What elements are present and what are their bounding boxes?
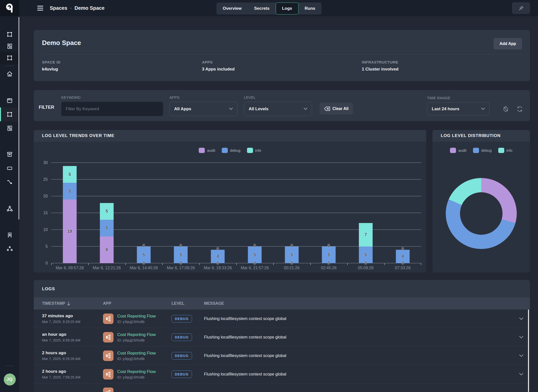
sidebar: JQ — [0, 16, 19, 392]
space-id-label: SPACE ID — [42, 60, 202, 64]
time-range-select[interactable]: Last 24 hours — [427, 102, 490, 116]
level-select[interactable]: All Levels — [244, 102, 312, 116]
app-name-link[interactable]: Cost Reporting Flow — [117, 332, 156, 337]
log-row[interactable]: 2 hours agoMar 7, 2025, 7:59:25 AMCost R… — [34, 365, 530, 384]
tab-logs[interactable]: Logs — [276, 2, 298, 14]
page-title: Demo Space — [42, 30, 522, 47]
sidebar-scrollbar[interactable] — [18, 17, 19, 220]
column-header-app[interactable]: APP — [103, 301, 172, 306]
y-axis-tick: 0 — [46, 261, 48, 266]
menu-toggle-icon[interactable] — [37, 6, 43, 10]
sidebar-item-route-icon[interactable] — [0, 175, 19, 189]
tab-secrets[interactable]: Secrets — [248, 2, 276, 14]
keyword-input[interactable] — [61, 102, 163, 116]
breadcrumb-separator: • — [70, 6, 72, 10]
logs-table-body: 37 minutes agoMar 7, 2025, 9:29:25 AMCos… — [34, 310, 530, 392]
x-axis-label: 05:09:26 — [347, 266, 384, 270]
flow-app-icon — [103, 350, 114, 361]
app-text: Cost Reporting FlowID: y3qujj15rhx8b — [117, 351, 156, 361]
distribution-chart-title: LOG LEVEL DISTRIBUTION — [432, 130, 530, 142]
log-row[interactable]: an hour agoMar 7, 2025, 8:59:26 AMCost R… — [34, 328, 530, 346]
column-header-message[interactable]: MESSAGE — [204, 301, 512, 306]
blocks-icon — [6, 43, 13, 50]
y-axis-tick: 20 — [43, 194, 48, 198]
sidebar-item-rectangle-icon[interactable] — [0, 161, 19, 175]
clear-all-button[interactable]: Clear All — [320, 103, 353, 114]
sidebar-item-archive-icon[interactable] — [0, 148, 19, 161]
x-axis-label: Mar 6, 14:45:26 — [125, 266, 162, 270]
logs-table-header: TIMESTAMPAPPLEVELMESSAGE — [34, 298, 530, 310]
tab-overview[interactable]: Overview — [216, 2, 248, 14]
refresh-button[interactable] — [516, 105, 524, 113]
chevron-down-icon — [229, 108, 233, 110]
expand-chevron-icon[interactable] — [519, 373, 523, 376]
sidebar-item-frame-icon[interactable] — [0, 28, 19, 40]
sidebar-item-home-icon[interactable] — [0, 68, 19, 80]
sidebar-item-id-badge-icon[interactable] — [0, 228, 19, 242]
q-logo-icon — [6, 3, 14, 13]
tab-runs[interactable]: Runs — [298, 2, 322, 14]
bar-value-label: 5 — [106, 209, 108, 214]
column-header-level[interactable]: LEVEL — [172, 301, 204, 306]
legend-swatch — [450, 148, 456, 153]
keyword-label: KEYWORD — [61, 95, 163, 100]
app-cell: Cost Reporting FlowID: y3qujj15rhx8b — [103, 350, 172, 361]
sidebar-item-browser-icon[interactable] — [0, 94, 19, 108]
rectangle-icon — [6, 165, 13, 172]
sidebar-item-frame-icon[interactable] — [0, 108, 19, 121]
apps-field: APPS 3 Apps included — [202, 60, 362, 72]
app-name-link[interactable]: Cost Reporting Flow — [117, 351, 156, 356]
column-header-timestamp[interactable]: TIMESTAMP — [42, 301, 103, 306]
app-logo[interactable] — [0, 0, 19, 16]
sidebar-item-users-icon[interactable] — [0, 242, 19, 256]
apps-select-value: All Apps — [174, 106, 191, 112]
breadcrumb-spaces[interactable]: Spaces — [50, 5, 67, 11]
add-app-button[interactable]: Add App — [494, 38, 522, 50]
infrastructure-field: INFRASTRUCTURE 1 Cluster involved — [362, 60, 522, 72]
log-message: Flushing localfilesystem context scope g… — [204, 316, 512, 321]
sidebar-divider — [5, 66, 14, 66]
app-name-link[interactable]: Cost Reporting Flow — [117, 314, 156, 319]
level-filter-label: LEVEL — [244, 95, 312, 100]
sidebar-item-frame-icon[interactable] — [0, 52, 19, 64]
timestamp: Mar 7, 2025, 9:29:25 AM — [42, 320, 103, 324]
x-axis-label: Mar 6, 21:57:26 — [236, 266, 273, 270]
logs-scrollbar[interactable] — [528, 310, 529, 392]
x-axis-label: Mar 6, 09:57:26 — [51, 266, 88, 270]
trends-legend: auditdebuginfo — [34, 146, 426, 154]
bar-zero-label: 0 — [180, 244, 182, 248]
id-badge-icon — [6, 232, 13, 238]
expand-chevron-icon[interactable] — [519, 354, 523, 357]
expand-chevron-icon[interactable] — [519, 336, 523, 338]
timestamp-cell: 2 hours agoMar 7, 2025, 7:59:25 AM — [42, 369, 103, 379]
app-name-link[interactable]: Cost Reporting Flow — [117, 369, 156, 374]
x-axis-tick — [310, 263, 311, 265]
level-badge: DEBUG — [172, 334, 192, 341]
legend-label: audit — [458, 148, 466, 152]
apps-value: 3 Apps included — [202, 67, 362, 72]
sidebar-item-share-nodes-icon[interactable] — [0, 202, 19, 216]
level-cell: DEBUG — [172, 315, 204, 322]
log-row[interactable]: 2 hours agoMar 7, 2025, 8:29:26 AMCost R… — [34, 346, 530, 365]
x-axis-tick — [51, 263, 52, 265]
legend-item-audit: audit — [199, 148, 215, 153]
refresh-icon — [516, 106, 523, 112]
bar-zero-label: 0 — [143, 261, 145, 266]
apps-select[interactable]: All Apps — [170, 102, 238, 116]
user-avatar[interactable]: JQ — [4, 374, 16, 386]
expand-chevron-icon[interactable] — [519, 318, 523, 320]
sidebar-item-blocks-icon[interactable] — [0, 40, 19, 52]
log-row-partial[interactable] — [34, 384, 530, 392]
timer-off-button[interactable] — [502, 105, 510, 113]
sort-arrow-icon[interactable] — [67, 302, 70, 306]
pin-button[interactable] — [512, 2, 530, 14]
bar-column: 040 — [384, 163, 421, 263]
time-range-label: TIME RANGE — [427, 96, 490, 100]
legend-swatch — [199, 148, 205, 153]
log-row[interactable]: 37 minutes agoMar 7, 2025, 9:29:25 AMCos… — [34, 310, 530, 328]
space-id-value: k4uvlug — [42, 67, 202, 72]
bar-column: 050 — [162, 163, 199, 263]
archive-icon — [6, 151, 13, 158]
sidebar-item-blocks-icon[interactable] — [0, 121, 19, 135]
bar-column: 1955 — [51, 163, 88, 263]
